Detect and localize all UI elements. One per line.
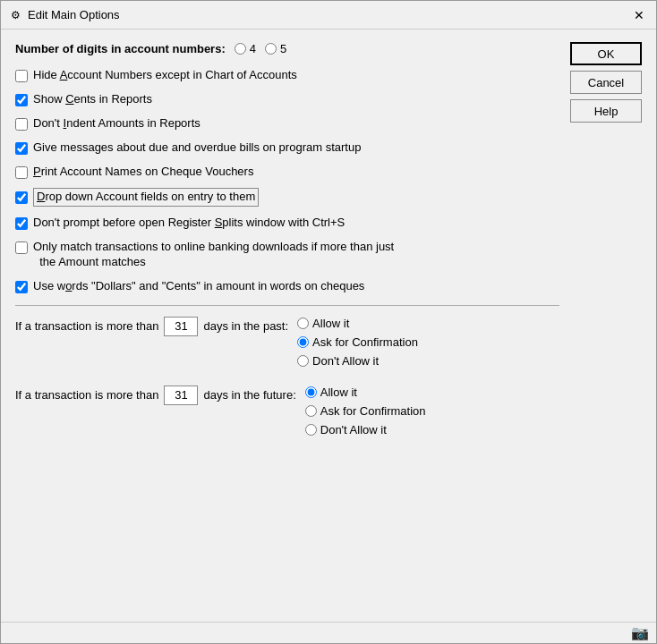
- past-transaction-row: If a transaction is more than days in th…: [15, 317, 559, 368]
- checkbox-row-8: Only match transactions to online bankin…: [15, 240, 559, 270]
- past-suffix: days in the past:: [203, 319, 288, 333]
- help-button[interactable]: Help: [570, 99, 642, 123]
- future-prefix: If a transaction is more than: [15, 388, 158, 402]
- checkbox-9-text: Use words "Dollars" and "Cents" in amoun…: [33, 279, 364, 294]
- checkbox-label-8[interactable]: Only match transactions to online bankin…: [15, 240, 394, 270]
- checkbox-row-5: Print Account Names on Cheque Vouchers: [15, 165, 559, 180]
- radio-digits-5-input[interactable]: [265, 43, 277, 55]
- checkbox-row-3: Don't Indent Amounts in Reports: [15, 116, 559, 131]
- past-confirm-label[interactable]: Ask for Confirmation: [297, 335, 418, 349]
- checkbox-3-text: Don't Indent Amounts in Reports: [33, 116, 201, 131]
- checkbox-1-text: Hide Account Numbers except in Chart of …: [33, 68, 297, 83]
- dialog: ⚙ Edit Main Options ✕ Number of digits i…: [0, 0, 657, 644]
- checkbox-6[interactable]: [15, 191, 28, 204]
- checkbox-2-text: Show Cents in Reports: [33, 92, 152, 107]
- checkbox-3[interactable]: [15, 118, 28, 131]
- past-prefix: If a transaction is more than: [15, 319, 158, 333]
- future-allow-label[interactable]: Allow it: [305, 386, 426, 399]
- checkbox-label-9[interactable]: Use words "Dollars" and "Cents" in amoun…: [15, 279, 364, 294]
- checkbox-label-7[interactable]: Don't prompt before open Register Splits…: [15, 216, 345, 231]
- past-confirm-radio[interactable]: [297, 336, 309, 348]
- future-allow-text: Allow it: [320, 386, 357, 399]
- checkbox-9[interactable]: [15, 281, 28, 293]
- past-deny-radio[interactable]: [297, 355, 309, 367]
- future-suffix: days in the future:: [203, 388, 295, 402]
- checkbox-4-text: Give messages about due and overdue bill…: [33, 140, 361, 156]
- checkbox-8-text: Only match transactions to online bankin…: [33, 240, 394, 270]
- radio-digits-5-label: 5: [280, 42, 286, 55]
- past-days-input[interactable]: [164, 317, 198, 336]
- checkbox-7-text: Don't prompt before open Register Splits…: [33, 216, 345, 231]
- content-area: Number of digits in account numbers: 4 5…: [1, 30, 656, 622]
- close-button[interactable]: ✕: [629, 5, 649, 25]
- checkbox-label-1[interactable]: Hide Account Numbers except in Chart of …: [15, 68, 297, 83]
- checkbox-row-6: Drop down Account fields on entry to the…: [15, 188, 559, 207]
- past-allow-text: Allow it: [312, 317, 349, 330]
- checkbox-label-6[interactable]: Drop down Account fields on entry to the…: [15, 188, 259, 207]
- digits-label: Number of digits in account numbers:: [15, 42, 226, 55]
- checkbox-8[interactable]: [15, 242, 28, 254]
- checkbox-row-2: Show Cents in Reports: [15, 92, 559, 107]
- past-allow-radio[interactable]: [297, 318, 309, 329]
- radio-digits-4-input[interactable]: [235, 43, 246, 55]
- main-area: Number of digits in account numbers: 4 5…: [15, 42, 559, 613]
- checkbox-6-text: Drop down Account fields on entry to the…: [33, 188, 259, 207]
- cancel-button[interactable]: Cancel: [570, 71, 642, 94]
- checkbox-row-4: Give messages about due and overdue bill…: [15, 140, 559, 156]
- past-radio-group: Allow it Ask for Confirmation Don't Allo…: [297, 317, 418, 368]
- future-days-input[interactable]: [164, 386, 198, 405]
- future-radio-group: Allow it Ask for Confirmation Don't Allo…: [305, 386, 426, 436]
- dialog-title: Edit Main Options: [28, 8, 629, 21]
- radio-digits-4-label: 4: [250, 42, 256, 55]
- camera-icon: 📷: [631, 624, 649, 641]
- checkbox-row-7: Don't prompt before open Register Splits…: [15, 216, 559, 231]
- future-transaction-section: If a transaction is more than days in th…: [15, 386, 559, 436]
- future-deny-radio[interactable]: [305, 424, 317, 436]
- separator: [15, 305, 559, 306]
- future-label-part: If a transaction is more than days in th…: [15, 386, 296, 405]
- app-icon: ⚙: [8, 8, 22, 22]
- checkbox-label-2[interactable]: Show Cents in Reports: [15, 92, 152, 107]
- past-deny-label[interactable]: Don't Allow it: [297, 354, 418, 368]
- checkbox-7[interactable]: [15, 217, 28, 230]
- checkbox-label-5[interactable]: Print Account Names on Cheque Vouchers: [15, 165, 253, 180]
- digits-row: Number of digits in account numbers: 4 5: [15, 42, 559, 55]
- past-label-part: If a transaction is more than days in th…: [15, 317, 288, 336]
- buttons-area: OK Cancel Help: [570, 42, 642, 613]
- checkbox-label-3[interactable]: Don't Indent Amounts in Reports: [15, 116, 201, 131]
- future-confirm-text: Ask for Confirmation: [320, 404, 426, 418]
- future-allow-radio[interactable]: [305, 386, 317, 398]
- ok-button[interactable]: OK: [570, 42, 642, 65]
- bottom-bar: 📷: [1, 622, 656, 643]
- future-deny-label[interactable]: Don't Allow it: [305, 423, 426, 436]
- checkbox-5-text: Print Account Names on Cheque Vouchers: [33, 165, 253, 180]
- past-transaction-section: If a transaction is more than days in th…: [15, 317, 559, 368]
- title-bar: ⚙ Edit Main Options ✕: [1, 1, 656, 30]
- checkbox-2[interactable]: [15, 94, 28, 106]
- checkbox-row-1: Hide Account Numbers except in Chart of …: [15, 68, 559, 83]
- radio-digits-5[interactable]: 5: [265, 42, 286, 55]
- checkbox-label-4[interactable]: Give messages about due and overdue bill…: [15, 140, 361, 156]
- future-confirm-radio[interactable]: [305, 405, 317, 417]
- past-deny-text: Don't Allow it: [312, 354, 379, 368]
- checkbox-1[interactable]: [15, 70, 28, 82]
- future-deny-text: Don't Allow it: [320, 423, 387, 436]
- checkbox-row-9: Use words "Dollars" and "Cents" in amoun…: [15, 279, 559, 294]
- checkbox-5[interactable]: [15, 166, 28, 179]
- radio-digits-4[interactable]: 4: [235, 42, 256, 55]
- future-confirm-label[interactable]: Ask for Confirmation: [305, 404, 426, 418]
- past-allow-label[interactable]: Allow it: [297, 317, 418, 330]
- checkbox-4[interactable]: [15, 142, 28, 155]
- future-transaction-row: If a transaction is more than days in th…: [15, 386, 559, 436]
- past-confirm-text: Ask for Confirmation: [312, 335, 418, 349]
